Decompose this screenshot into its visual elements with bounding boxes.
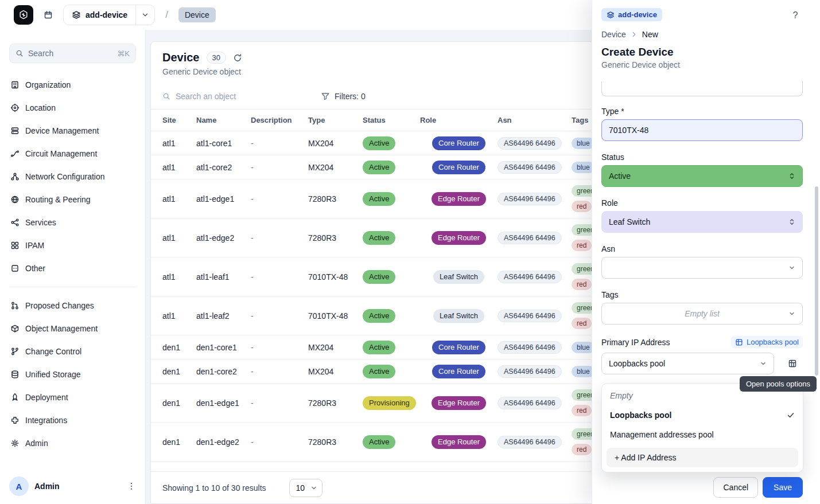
open-pools-options-button[interactable] xyxy=(782,353,803,374)
column-header-asn[interactable]: Asn xyxy=(498,116,572,124)
count-badge: 30 xyxy=(207,52,226,64)
column-header-role[interactable]: Role xyxy=(420,116,498,124)
column-header-description[interactable]: Description xyxy=(251,116,308,124)
sidebar-item-label: Other xyxy=(25,264,45,273)
box-icon xyxy=(10,264,20,273)
cell-name: atl1-leaf2 xyxy=(196,311,251,321)
user-menu[interactable]: A Admin xyxy=(0,468,145,504)
tags-select[interactable]: Empty list xyxy=(601,303,803,325)
branch-badge-label: add-device xyxy=(618,10,657,19)
sidebar-item-location[interactable]: Location xyxy=(0,96,145,119)
search-input[interactable]: Search ⌘K xyxy=(9,44,136,63)
name-field-partial[interactable] xyxy=(601,81,803,96)
object-search[interactable] xyxy=(162,92,283,101)
page-size-select[interactable]: 10 xyxy=(289,479,322,497)
cell-site: den1 xyxy=(162,437,196,447)
app-logo[interactable] xyxy=(14,5,33,25)
drawer-scrollbar[interactable] xyxy=(815,186,818,376)
cell-name: den1-edge2 xyxy=(196,437,251,447)
column-header-name[interactable]: Name xyxy=(196,116,251,124)
add-ip-address-action[interactable]: + Add IP Address xyxy=(607,448,798,467)
sidebar-item-routing-peering[interactable]: Routing & Peering xyxy=(0,188,145,211)
status-badge: Active xyxy=(363,341,395,354)
branch-selector[interactable]: add-device xyxy=(63,5,155,25)
sidebar-item-deployment[interactable]: Deployment xyxy=(0,386,145,409)
sidebar-item-unified-storage[interactable]: Unified Storage xyxy=(0,363,145,386)
sidebar-item-proposed-changes[interactable]: Proposed Changes xyxy=(0,294,145,317)
status-badge: Active xyxy=(363,231,395,245)
status-select[interactable]: Active xyxy=(601,165,803,187)
asn-chip: AS64496 64496 xyxy=(498,232,562,244)
sidebar-item-other[interactable]: Other xyxy=(0,257,145,280)
globe-icon xyxy=(10,195,20,204)
type-field[interactable] xyxy=(601,119,803,141)
sidebar-item-object-management[interactable]: Object Management xyxy=(0,317,145,340)
sidebar-primary-nav: Organization Location Device Management … xyxy=(0,73,145,455)
drawer-breadcrumb-device[interactable]: Device xyxy=(601,30,626,39)
rocket-icon xyxy=(10,393,20,402)
tag-chip: red xyxy=(572,405,592,416)
sidebar-item-services[interactable]: Services xyxy=(0,211,145,234)
loopbacks-pool-badge[interactable]: Loopbacks pool xyxy=(731,336,803,348)
pool-option-loopbacks[interactable]: Loopbacks pool xyxy=(602,405,803,425)
cell-site: atl1 xyxy=(162,272,196,282)
sidebar-item-integrations[interactable]: Integrations xyxy=(0,409,145,432)
share-icon xyxy=(10,218,20,227)
role-select[interactable]: Leaf Switch xyxy=(601,211,803,233)
cancel-button[interactable]: Cancel xyxy=(713,477,758,498)
pool-option-management[interactable]: Management addresses pool xyxy=(602,425,803,444)
page-size-value: 10 xyxy=(296,483,305,493)
breadcrumb-device[interactable]: Device xyxy=(178,7,216,22)
column-header-type[interactable]: Type xyxy=(308,116,363,124)
sidebar-item-organization[interactable]: Organization xyxy=(0,73,145,96)
cell-type: 7280R3 xyxy=(308,437,363,447)
column-header-site[interactable]: Site xyxy=(162,116,196,124)
tags-field-label: Tags xyxy=(601,290,803,299)
cell-description: - xyxy=(251,233,308,243)
sidebar: Search ⌘K Organization Location Device M… xyxy=(0,30,146,504)
asn-select[interactable] xyxy=(601,257,803,279)
search-icon xyxy=(162,92,170,100)
help-button[interactable]: ? xyxy=(788,8,803,23)
status-field-label: Status xyxy=(601,153,803,162)
pagination-summary: Showing 1 to 10 of 30 results xyxy=(162,483,266,493)
role-select-value: Leaf Switch xyxy=(609,217,650,226)
branch-badge: add-device xyxy=(601,8,662,21)
drawer-title: Create Device xyxy=(601,46,803,58)
cell-description: - xyxy=(251,163,308,172)
primary-ip-select[interactable]: Loopbacks pool xyxy=(601,353,774,374)
sidebar-item-change-control[interactable]: Change Control xyxy=(0,340,145,363)
sidebar-item-network-configuration[interactable]: Network Configuration xyxy=(0,165,145,188)
object-search-input[interactable] xyxy=(176,92,267,101)
kebab-menu-icon[interactable] xyxy=(127,482,136,491)
user-name: Admin xyxy=(34,482,60,491)
sidebar-item-ipam[interactable]: IPAM xyxy=(0,234,145,257)
role-badge: Core Router xyxy=(432,161,485,174)
sidebar-item-label: Circuit Management xyxy=(25,149,97,158)
sidebar-item-label: Network Configuration xyxy=(25,172,105,181)
chevron-down-icon xyxy=(788,264,796,272)
save-button[interactable]: Save xyxy=(763,477,803,498)
cell-description: - xyxy=(251,437,308,447)
grid-icon xyxy=(10,241,20,250)
refresh-icon[interactable] xyxy=(233,53,242,62)
asn-chip: AS64496 64496 xyxy=(498,137,562,150)
asn-field-label: Asn xyxy=(601,244,803,253)
tag-chip: red xyxy=(572,318,592,329)
role-badge: Edge Router xyxy=(432,435,486,449)
chevron-up-down-icon xyxy=(788,172,796,180)
sidebar-item-circuit-management[interactable]: Circuit Management xyxy=(0,142,145,165)
asn-chip: AS64496 64496 xyxy=(498,397,562,409)
column-header-status[interactable]: Status xyxy=(363,116,420,124)
role-badge: Core Router xyxy=(432,341,485,354)
filters-button[interactable]: Filters: 0 xyxy=(321,92,366,101)
calendar-icon[interactable] xyxy=(44,10,53,19)
sidebar-item-admin[interactable]: Admin xyxy=(0,432,145,455)
cell-description: - xyxy=(251,343,308,352)
cell-type: MX204 xyxy=(308,343,363,352)
cell-site: den1 xyxy=(162,367,196,376)
nodes-icon xyxy=(10,172,20,181)
sidebar-item-device-management[interactable]: Device Management xyxy=(0,119,145,142)
create-device-drawer: add-device ? Device New Create Device Ge… xyxy=(592,0,820,504)
status-badge: Active xyxy=(363,365,395,378)
